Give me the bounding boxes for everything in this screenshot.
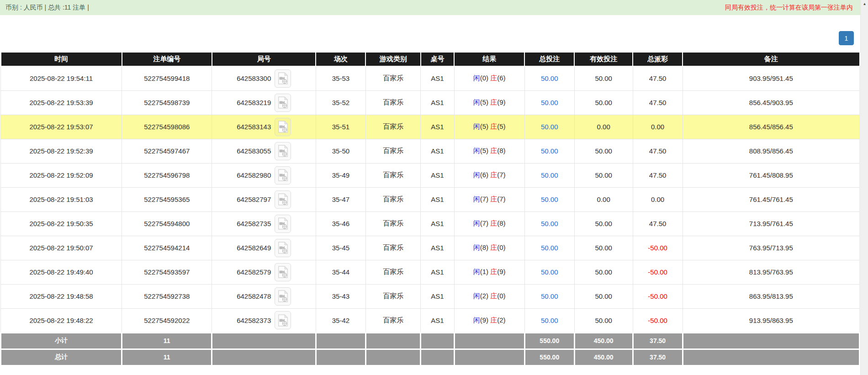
subtotal-empty-cell <box>212 333 316 349</box>
total-payout: 37.50 <box>633 349 683 365</box>
total-bet-cell: 50.00 <box>524 187 574 211</box>
payout-value: -50.00 <box>648 317 667 324</box>
table-id-cell: AS1 <box>421 139 454 163</box>
subtotal-total-bet: 550.00 <box>524 333 574 349</box>
video-replay-button[interactable] <box>275 311 291 329</box>
currency-summary-text: 币别 : 人民币 | 总共 :11 注单 | <box>5 0 89 15</box>
video-replay-button[interactable] <box>275 263 291 281</box>
table-id-cell: AS1 <box>421 66 454 90</box>
video-file-icon <box>278 193 288 206</box>
total-bet-link[interactable]: 50.00 <box>541 123 558 131</box>
pagination: 1 <box>0 31 860 45</box>
valid-bet-cell: 50.00 <box>574 260 633 284</box>
video-replay-button[interactable] <box>275 215 291 233</box>
total-bet-link[interactable]: 50.00 <box>541 244 558 252</box>
total-bet-link[interactable]: 50.00 <box>541 74 558 82</box>
round-id-value: 642583300 <box>237 74 271 82</box>
round-id-cell: 642582735 <box>212 211 316 236</box>
player-result-label: 闲 <box>473 219 480 227</box>
time-cell: 2025-08-22 19:50:07 <box>1 236 122 260</box>
payout-value: -50.00 <box>648 268 667 276</box>
time-cell: 2025-08-22 19:48:58 <box>1 284 122 308</box>
column-header-round-id: 局号 <box>212 52 316 66</box>
session-cell: 35-42 <box>316 308 365 333</box>
player-result-label: 闲 <box>473 98 480 106</box>
video-replay-button[interactable] <box>275 142 291 160</box>
total-bet-cell: 50.00 <box>524 139 574 163</box>
banker-result-label: 庄 <box>490 243 497 251</box>
total-bet-link[interactable]: 50.00 <box>541 220 558 227</box>
valid-bet-cell: 50.00 <box>574 284 633 308</box>
player-result-label: 闲 <box>473 268 480 275</box>
column-header-bet-id: 注单编号 <box>122 52 212 66</box>
banker-result-label: 庄 <box>490 219 497 227</box>
banker-result-label: 庄 <box>490 147 497 154</box>
video-file-icon <box>278 290 288 302</box>
video-replay-button[interactable] <box>275 118 291 136</box>
payout-value: 0.00 <box>651 123 664 131</box>
column-header-total-bet: 总投注 <box>524 52 574 66</box>
total-bet-link[interactable]: 50.00 <box>541 268 558 276</box>
total-bet-link[interactable]: 50.00 <box>541 317 558 324</box>
result-cell: 闲(6) 庄(7) <box>454 163 524 187</box>
result-cell: 闲(9) 庄(2) <box>454 308 524 333</box>
vertical-scrollbar[interactable]: ▲ <box>860 0 868 375</box>
total-total-bet: 550.00 <box>524 349 574 365</box>
game-type-cell: 百家乐 <box>365 139 420 163</box>
table-row: 2025-08-22 19:48:58522754592738642582478… <box>1 284 860 308</box>
video-file-icon <box>278 242 288 254</box>
bet-id-cell: 522754593597 <box>122 260 212 284</box>
bet-id-cell: 522754592022 <box>122 308 212 333</box>
session-cell: 35-52 <box>316 90 365 115</box>
total-bet-link[interactable]: 50.00 <box>541 147 558 155</box>
session-cell: 35-44 <box>316 260 365 284</box>
payout-cell: 0.00 <box>633 187 683 211</box>
bet-id-cell: 522754594800 <box>122 211 212 236</box>
video-replay-button[interactable] <box>275 69 291 88</box>
table-id-cell: AS1 <box>421 236 454 260</box>
video-replay-button[interactable] <box>275 94 291 112</box>
time-cell: 2025-08-22 19:52:09 <box>1 163 122 187</box>
scroll-up-arrow-icon[interactable]: ▲ <box>861 0 868 8</box>
video-replay-button[interactable] <box>275 287 291 306</box>
video-file-icon <box>278 96 288 109</box>
game-type-cell: 百家乐 <box>365 66 420 90</box>
total-bet-link[interactable]: 50.00 <box>541 292 558 300</box>
table-id-cell: AS1 <box>421 163 454 187</box>
total-bet-link[interactable]: 50.00 <box>541 195 558 203</box>
notice-text: 同局有效投注，统一计算在该局第一张注单内 <box>725 0 853 15</box>
video-replay-button[interactable] <box>275 239 291 257</box>
result-cell: 闲(5) 庄(5) <box>454 115 524 139</box>
session-cell: 35-46 <box>316 211 365 236</box>
round-id-cell: 642582478 <box>212 284 316 308</box>
total-bet-cell: 50.00 <box>524 308 574 333</box>
total-bet-cell: 50.00 <box>524 211 574 236</box>
subtotal-payout: 37.50 <box>633 333 683 349</box>
video-file-icon <box>278 217 288 230</box>
pagination-page-1-button[interactable]: 1 <box>839 31 854 45</box>
banker-result-label: 庄 <box>490 316 497 324</box>
total-bet-link[interactable]: 50.00 <box>541 171 558 179</box>
bet-id-cell: 522754595365 <box>122 187 212 211</box>
video-replay-button[interactable] <box>275 190 291 209</box>
game-type-cell: 百家乐 <box>365 187 420 211</box>
total-bet-link[interactable]: 50.00 <box>541 99 558 106</box>
session-cell: 35-50 <box>316 139 365 163</box>
payout-cell: -50.00 <box>633 308 683 333</box>
session-cell: 35-47 <box>316 187 365 211</box>
round-id-cell: 642582649 <box>212 236 316 260</box>
game-type-cell: 百家乐 <box>365 284 420 308</box>
video-replay-button[interactable] <box>275 166 291 185</box>
player-result-label: 闲 <box>473 74 480 82</box>
column-header-session: 场次 <box>316 52 365 66</box>
valid-bet-cell: 50.00 <box>574 236 633 260</box>
payout-cell: 47.50 <box>633 211 683 236</box>
payout-cell: -50.00 <box>633 284 683 308</box>
payout-cell: 47.50 <box>633 163 683 187</box>
bet-id-cell: 522754592738 <box>122 284 212 308</box>
payout-value: 47.50 <box>649 171 667 179</box>
payout-value: 47.50 <box>649 220 667 227</box>
time-cell: 2025-08-22 19:53:07 <box>1 115 122 139</box>
result-cell: 闲(5) 庄(8) <box>454 139 524 163</box>
round-id-cell: 642582579 <box>212 260 316 284</box>
